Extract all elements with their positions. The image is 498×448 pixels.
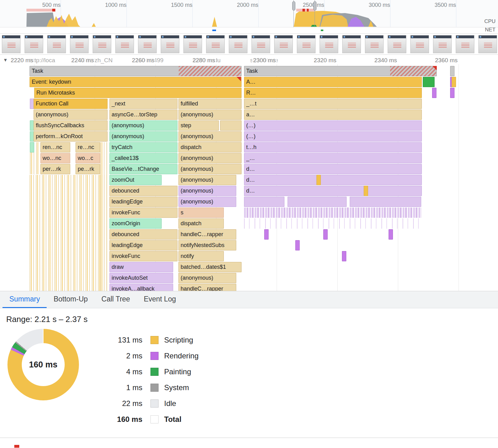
flame-bar[interactable]: invokeAutoSet <box>109 273 173 283</box>
flame-bar[interactable]: d… <box>244 186 422 196</box>
filmstrip-frame[interactable] <box>161 35 179 53</box>
flame-bar[interactable] <box>288 197 347 207</box>
filmstrip-frame[interactable] <box>320 35 338 53</box>
filmstrip-frame[interactable] <box>25 35 43 53</box>
flame-bar[interactable]: draw <box>109 262 173 272</box>
flame-bar[interactable] <box>342 251 346 261</box>
flame-bar[interactable]: (anonymous) <box>178 164 242 174</box>
flame-bar[interactable]: Task <box>244 66 437 76</box>
filmstrip-frame[interactable] <box>138 35 157 53</box>
flame-bar[interactable] <box>323 229 328 240</box>
flame-bar[interactable]: a… <box>244 110 422 120</box>
flame-bar[interactable]: pe…rk <box>76 164 100 174</box>
flame-bar[interactable]: zoomOut <box>109 175 162 185</box>
flame-bar[interactable]: handleC…rapper <box>178 229 236 240</box>
flame-bar[interactable]: Task <box>30 66 242 76</box>
filmstrip-frame[interactable] <box>70 35 89 53</box>
filmstrip-frame[interactable] <box>365 35 384 53</box>
flame-bar[interactable]: invokeFunc <box>109 208 178 218</box>
flame-bar[interactable]: leadingEdge <box>109 197 178 207</box>
filmstrip-frame[interactable] <box>388 35 406 53</box>
flame-chart[interactable]: TaskEvent: keydownRun MicrotasksFunction… <box>0 55 498 291</box>
flame-bar[interactable]: R… <box>244 88 422 98</box>
flame-bar[interactable]: d… <box>244 164 422 174</box>
flame-bar[interactable]: debounced <box>109 186 178 196</box>
flame-bar[interactable]: (anonymous) <box>178 186 236 196</box>
flame-bar[interactable]: (anonymous) <box>34 110 108 120</box>
flame-bar[interactable]: re…nc <box>76 142 100 152</box>
flame-bar[interactable]: perform…kOnRoot <box>34 131 108 142</box>
filmstrip-frame[interactable] <box>297 35 316 53</box>
flame-bar[interactable]: step <box>178 120 219 131</box>
flame-bar[interactable] <box>244 197 284 207</box>
filmstrip-frame[interactable] <box>342 35 361 53</box>
flame-bar[interactable]: (anonymous) <box>178 273 236 283</box>
flame-bar[interactable]: wo…nc <box>40 153 70 163</box>
flame-bar[interactable] <box>220 120 242 131</box>
flame-bar[interactable]: Function Call <box>34 99 108 109</box>
flame-bar[interactable]: (anonymous) <box>109 131 178 142</box>
flame-bar[interactable]: notifyNestedSubs <box>178 240 236 250</box>
flame-bar[interactable] <box>450 66 454 76</box>
flame-bar[interactable]: (…) <box>244 120 422 131</box>
flame-bar[interactable]: (anonymous) <box>178 153 242 163</box>
flame-bar[interactable]: A… <box>244 77 422 87</box>
filmstrip-frame[interactable] <box>183 35 202 53</box>
flame-bar[interactable]: _callee13$ <box>109 153 178 163</box>
flame-bar[interactable]: _…t <box>244 99 422 109</box>
flame-bar[interactable]: (anonymous) <box>178 110 242 120</box>
flame-bar[interactable] <box>452 77 456 87</box>
flame-bar[interactable]: t…h <box>244 142 422 152</box>
cpu-overview[interactable]: CPU NET 500 ms1000 ms1500 ms2000 ms2500 … <box>0 0 498 34</box>
flame-bar[interactable]: ren…nc <box>40 142 70 152</box>
filmstrip-frame[interactable] <box>93 35 111 53</box>
flame-bar[interactable]: s <box>178 208 224 218</box>
flame-bar[interactable]: Event: keydown <box>30 77 242 87</box>
flame-bar[interactable]: invokeA…allback <box>109 284 173 291</box>
flame-bar[interactable]: dispatch <box>178 218 224 229</box>
tab-call-tree[interactable]: Call Tree <box>95 291 137 308</box>
flame-bar[interactable]: leadingEdge <box>109 240 178 250</box>
flame-bar[interactable]: (anonymous) <box>178 175 236 185</box>
flame-bar[interactable]: invokeFunc <box>109 251 178 261</box>
flame-bar[interactable] <box>350 197 421 207</box>
disclosure-triangle-icon[interactable]: ▼ <box>3 57 8 63</box>
flame-bar[interactable]: debounced <box>109 229 178 240</box>
flame-bar[interactable] <box>316 175 321 185</box>
flame-bar[interactable]: Run Microtasks <box>34 88 242 98</box>
flame-bar[interactable]: zoomOrigin <box>109 218 162 229</box>
flame-bar[interactable] <box>30 142 34 152</box>
flame-bar[interactable]: (anonymous) <box>178 197 236 207</box>
flame-bar[interactable] <box>264 229 269 240</box>
flame-bar[interactable]: handleC…rapper <box>178 284 236 291</box>
flame-bar[interactable]: batched…dates$1 <box>178 262 242 272</box>
filmstrip-frame[interactable] <box>433 35 452 53</box>
filmstrip-frame[interactable] <box>456 35 474 53</box>
flame-bar[interactable] <box>450 88 454 98</box>
flame-bar[interactable]: per…rk <box>40 164 70 174</box>
filmstrip-frame[interactable] <box>206 35 225 53</box>
flame-bar[interactable]: notify <box>178 251 224 261</box>
tab-event-log[interactable]: Event Log <box>137 291 183 308</box>
flame-bar[interactable]: tryCatch <box>109 142 178 152</box>
flame-bar[interactable] <box>432 88 436 98</box>
flame-bar[interactable]: (anonymous) <box>109 120 178 131</box>
flame-bar[interactable] <box>364 186 368 196</box>
flame-bar[interactable]: fulfilled <box>178 99 242 109</box>
filmstrip-frame[interactable] <box>229 35 247 53</box>
flame-bar[interactable]: asyncGe…torStep <box>109 110 178 120</box>
filmstrip-frame[interactable] <box>47 35 66 53</box>
flame-bar[interactable]: _next <box>109 99 178 109</box>
flame-bar[interactable]: _… <box>244 153 422 163</box>
tab-summary[interactable]: Summary <box>2 291 47 308</box>
flame-bar[interactable]: BaseVie…tChange <box>109 164 178 174</box>
filmstrip-frame[interactable] <box>274 35 293 53</box>
filmstrip-frame[interactable] <box>2 35 21 53</box>
flame-bar[interactable] <box>295 240 300 250</box>
tab-bottom-up[interactable]: Bottom-Up <box>47 291 95 308</box>
flame-bar[interactable]: d… <box>244 175 422 185</box>
flame-bar[interactable]: (…) <box>244 131 422 142</box>
flame-bar[interactable] <box>389 229 393 240</box>
filmstrip-frame[interactable] <box>251 35 270 53</box>
flame-bar[interactable] <box>423 77 435 87</box>
